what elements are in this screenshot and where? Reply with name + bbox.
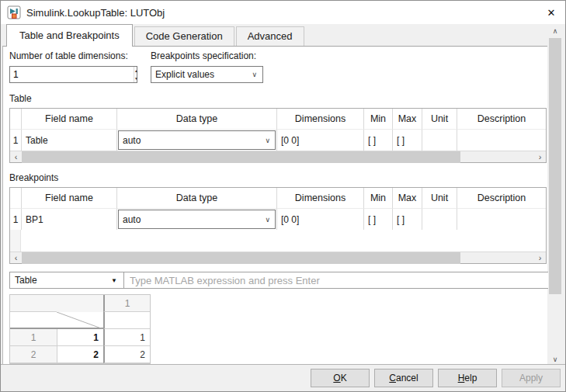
header-dimensions: Dimensions <box>276 109 363 130</box>
scrollbar-thumb[interactable] <box>22 252 460 264</box>
tab-table-and-breakpoints[interactable]: Table and Breakpoints <box>6 24 133 47</box>
vertical-scrollbar[interactable]: ∧ ∨ <box>548 24 562 366</box>
chevron-down-icon: ∨ <box>252 71 262 78</box>
grid-data-row: 1 1 1 <box>10 329 150 346</box>
grid-corner-cell <box>57 295 103 312</box>
max-cell[interactable]: [ ] <box>392 209 422 230</box>
description-cell[interactable] <box>457 130 546 151</box>
empty-rows-area <box>10 230 546 252</box>
max-cell[interactable]: [ ] <box>392 130 422 151</box>
help-button[interactable]: Help <box>438 369 497 387</box>
min-cell[interactable]: [ ] <box>363 130 392 151</box>
breakpoints-field-table: Field name Data type Dimensions Min Max … <box>9 187 547 264</box>
breakpoints-horizontal-scrollbar[interactable]: ‹ › <box>10 252 546 263</box>
scroll-left-icon[interactable]: ‹ <box>10 253 22 263</box>
header-field-name: Field name <box>21 188 116 209</box>
table-value-cell[interactable]: 2 <box>103 346 150 363</box>
target-field-value: Table <box>15 275 37 286</box>
breakpoints-row: 1 BP1 auto ∨ [0 0] [ ] [ ] <box>10 209 546 230</box>
grid-corner-cell <box>10 295 57 312</box>
chevron-down-icon: ∨ <box>265 216 275 224</box>
ok-button[interactable]: OK <box>311 369 370 387</box>
scroll-right-icon[interactable]: › <box>534 152 546 162</box>
diagonal-divider <box>57 312 103 329</box>
table-header-row: Field name Data type Dimensions Min Max … <box>10 109 546 130</box>
grid-column-header: 1 <box>103 295 150 312</box>
grid-diagonal-cell <box>57 312 103 329</box>
scrollbar-thumb[interactable] <box>549 38 561 294</box>
header-max: Max <box>392 188 422 209</box>
header-row-number <box>10 109 21 130</box>
simulink-lookuptable-dialog: Simulink.LookupTable: LUTObj ✕ Table and… <box>0 0 566 392</box>
header-data-type: Data type <box>116 188 276 209</box>
dimensions-spinner[interactable]: ▲ ▼ <box>9 66 137 83</box>
row-number: 1 <box>10 209 21 230</box>
breakpoints-spec-label: Breakpoints specification: <box>151 50 256 61</box>
tab-advanced[interactable]: Advanced <box>236 26 304 46</box>
unit-cell[interactable] <box>422 130 457 151</box>
cancel-button[interactable]: Cancel <box>374 369 433 387</box>
title-bar: Simulink.LookupTable: LUTObj ✕ <box>1 1 565 24</box>
header-field-name: Field name <box>21 109 116 130</box>
spinner-buttons: ▲ ▼ <box>134 67 138 82</box>
table-section-title: Table <box>9 93 32 104</box>
chevron-down-icon: ∨ <box>265 137 275 144</box>
table-field-table: Field name Data type Dimensions Min Max … <box>9 108 547 163</box>
grid-data-row: 2 2 2 <box>10 346 150 363</box>
spinner-down-icon[interactable]: ▼ <box>134 75 138 82</box>
header-min: Min <box>363 188 392 209</box>
data-type-dropdown[interactable]: auto ∨ <box>118 210 276 229</box>
min-cell[interactable]: [ ] <box>363 209 392 230</box>
breakpoints-spec-dropdown[interactable]: Explicit values ∨ <box>151 66 263 83</box>
data-type-value: auto <box>123 214 141 225</box>
spinner-up-icon[interactable]: ▲ <box>134 67 138 75</box>
table-row: 1 Table auto ∨ [0 0] [ ] [ ] <box>10 130 546 151</box>
dimensions-input[interactable] <box>10 67 134 82</box>
header-min: Min <box>363 109 392 130</box>
simulink-object-icon <box>7 5 21 19</box>
breakpoints-section-title: Breakpoints <box>9 172 58 183</box>
row-number-gutter <box>10 230 21 252</box>
header-row-number <box>10 188 21 209</box>
target-field-selector[interactable]: Table ▼ <box>10 272 124 288</box>
header-unit: Unit <box>422 188 457 209</box>
tab-content-pane: Number of table dimensions: Breakpoints … <box>2 46 547 364</box>
header-max: Max <box>392 109 422 130</box>
data-type-cell: auto ∨ <box>116 209 276 230</box>
row-number: 1 <box>10 130 21 151</box>
data-type-dropdown[interactable]: auto ∨ <box>118 130 276 150</box>
breakpoint-value-cell[interactable]: 1 <box>57 329 103 346</box>
dimensions-cell[interactable]: [0 0] <box>276 130 363 151</box>
window-title: Simulink.LookupTable: LUTObj <box>26 7 165 19</box>
expression-bar: Table ▼ <box>9 272 549 289</box>
apply-button[interactable]: Apply <box>502 369 561 387</box>
table-value-cell[interactable]: 1 <box>103 329 150 346</box>
header-description: Description <box>457 109 546 130</box>
scroll-right-icon[interactable]: › <box>534 253 546 263</box>
matlab-expression-input[interactable] <box>124 272 548 288</box>
value-grid: 1 1 1 1 2 2 2 <box>9 294 151 364</box>
button-bar: OK Cancel Help Apply <box>1 364 565 391</box>
tab-code-generation[interactable]: Code Generation <box>134 26 234 46</box>
breakpoints-spec-value: Explicit values <box>155 69 214 80</box>
dropdown-triangle-icon: ▼ <box>111 277 123 284</box>
close-icon[interactable]: ✕ <box>537 1 565 24</box>
unit-cell[interactable] <box>422 209 457 230</box>
grid-row-header: 1 <box>10 329 57 346</box>
data-type-cell: auto ∨ <box>116 130 276 151</box>
breakpoint-value-cell[interactable]: 2 <box>57 346 103 363</box>
header-unit: Unit <box>422 109 457 130</box>
field-name-cell[interactable]: BP1 <box>21 209 116 230</box>
scroll-left-icon[interactable]: ‹ <box>10 152 22 162</box>
data-type-value: auto <box>123 135 141 146</box>
dimensions-cell[interactable]: [0 0] <box>276 209 363 230</box>
field-name-cell[interactable]: Table <box>21 130 116 151</box>
description-cell[interactable] <box>457 209 546 230</box>
table-horizontal-scrollbar[interactable]: ‹ › <box>10 151 546 162</box>
dimensions-label: Number of table dimensions: <box>9 50 128 61</box>
grid-header-row-1: 1 <box>10 295 150 312</box>
scrollbar-thumb[interactable] <box>22 151 460 163</box>
grid-header-row-2 <box>10 312 150 329</box>
grid-row-header: 2 <box>10 346 57 363</box>
scroll-up-icon[interactable]: ∧ <box>548 24 562 37</box>
